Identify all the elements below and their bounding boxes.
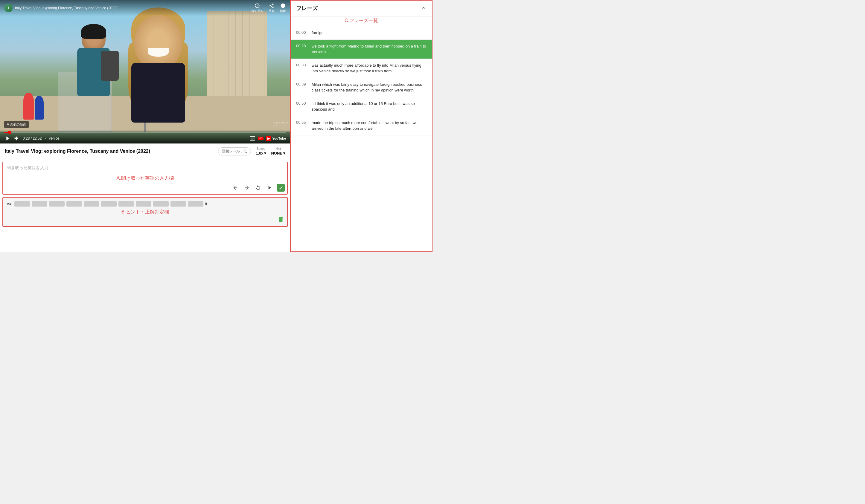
speed-chevron-icon: ▾	[264, 151, 266, 155]
phrase-time: 00:55	[296, 120, 308, 125]
delete-button[interactable]	[278, 216, 284, 224]
hint-area: we it B.ヒント・正解判定欄	[2, 197, 288, 227]
hint-blank-7	[118, 201, 134, 207]
youtube-icon: ▶	[266, 136, 271, 141]
phrase-time: 00:28	[296, 43, 308, 48]
hint-blank-10	[171, 201, 186, 207]
video-container: I Italy Travel Vlog: exploring Florence,…	[0, 0, 290, 143]
controls-left: 0:28 / 22:52 • venice	[4, 135, 59, 142]
controls-right: HD ▶ YouTube	[250, 136, 286, 141]
hint-blank-6	[101, 201, 117, 207]
clock-icon	[255, 3, 260, 8]
arrow-left-icon	[232, 185, 238, 191]
hint-annotation: B.ヒント・正解判定欄	[121, 209, 169, 215]
video-top-controls: 後で見る 共有 情報	[251, 3, 286, 13]
replay-icon	[255, 185, 261, 191]
video-meta-controls: 語彙レベル：低 Speed 1.0x ▾ Hint NONE ▾	[218, 147, 285, 155]
time-current: 0:28	[23, 136, 30, 141]
dot-separator: •	[45, 136, 46, 141]
phrase-item[interactable]: 00:55 made the trip so much more comfort…	[291, 116, 432, 136]
hint-blank-9	[153, 201, 169, 207]
copyright-overlay: IN BALANCECO.	[273, 121, 289, 127]
video-scene	[0, 0, 290, 143]
info-icon	[280, 3, 286, 8]
video-title-overlay: Italy Travel Vlog: exploring Florence, T…	[15, 6, 117, 10]
phrase-annotation-row: C.フレーズ一覧	[291, 16, 432, 26]
share-label: 共有	[268, 9, 275, 13]
youtube-text: YouTube	[273, 137, 286, 140]
progress-bar-container[interactable]	[4, 132, 286, 133]
phrase-annotation: C.フレーズ一覧	[345, 18, 378, 23]
prev-phrase-button[interactable]	[231, 184, 239, 191]
svg-rect-2	[251, 139, 253, 140]
phrase-item[interactable]: 00:39 Milan which was fairly easy to nav…	[291, 78, 432, 97]
hint-blank-4	[66, 201, 82, 207]
speed-control[interactable]: Speed 1.0x ▾	[256, 147, 266, 155]
progress-thumb	[8, 131, 11, 134]
next-phrase-button[interactable]	[243, 184, 251, 191]
phrase-item[interactable]: 00:00 foreign	[291, 26, 432, 40]
panel-title: フレーズ	[296, 5, 318, 12]
phrase-item[interactable]: 00:28 we took a flight from Madrid to Mi…	[291, 40, 432, 59]
hint-chevron-icon: ▾	[283, 151, 285, 155]
phrase-time: 00:39	[296, 82, 308, 86]
progress-bar-fill	[4, 132, 10, 133]
video-bottom-overlay: 0:28 / 22:52 • venice HD ▶ YouTube	[0, 129, 290, 143]
hint-blank-2	[32, 201, 47, 207]
hint-blank-1	[14, 201, 30, 207]
phrase-text: was actually much more affordable to fly…	[312, 62, 427, 74]
play-segment-button[interactable]	[266, 184, 273, 191]
hint-words-row: we it	[7, 201, 283, 207]
hint-value[interactable]: NONE ▾	[271, 151, 285, 155]
share-icon	[269, 3, 274, 8]
watch-later-label: 後で見る	[251, 9, 263, 13]
play-button[interactable]	[4, 135, 11, 142]
share-btn[interactable]: 共有	[268, 3, 275, 13]
phrase-panel: フレーズ C.フレーズ一覧 00:00 foreign 00:28 we too…	[290, 0, 432, 252]
hd-badge: HD	[258, 137, 264, 140]
hint-blank-8	[136, 201, 151, 207]
replay-button[interactable]	[254, 184, 262, 191]
arrow-right-icon	[244, 185, 250, 191]
phrase-time: 00:50	[296, 101, 308, 106]
phrase-item[interactable]: 00:50 it I think it was only an addition…	[291, 97, 432, 116]
video-top-overlay: I Italy Travel Vlog: exploring Florence,…	[0, 0, 290, 16]
hd-badge-container: HD	[258, 137, 264, 140]
time-total: 22:52	[33, 136, 42, 141]
panel-collapse-button[interactable]	[420, 5, 427, 12]
phrase-text: it I think it was only an additional 10 …	[312, 101, 427, 113]
phrase-text: foreign	[312, 30, 324, 36]
bg-person-1	[23, 93, 34, 120]
video-controls-row: 0:28 / 22:52 • venice HD ▶ YouTube	[4, 135, 286, 142]
video-info-title: Italy Travel Vlog: exploring Florence, T…	[5, 149, 150, 154]
input-area[interactable]: 聞き取った英語を入力 A.聞き取った英語の入力欄	[2, 162, 288, 195]
panel-header: フレーズ	[291, 1, 432, 16]
phrase-text: we took a flight from Madrid to Milan an…	[312, 43, 427, 55]
other-videos-badge[interactable]: その他の動画	[4, 121, 29, 128]
hint-blank-11	[188, 201, 204, 207]
watch-later-btn[interactable]: 後で見る	[251, 3, 263, 13]
volume-button[interactable]	[14, 136, 20, 141]
phrase-list: 00:00 foreign 00:28 we took a flight fro…	[291, 26, 432, 251]
check-icon	[278, 185, 283, 190]
phrase-time: 00:00	[296, 30, 308, 35]
channel-avatar: I	[4, 4, 13, 12]
speed-value[interactable]: 1.0x ▾	[256, 151, 266, 155]
phrase-item[interactable]: 00:33 was actually much more affordable …	[291, 59, 432, 78]
youtube-logo: ▶ YouTube	[266, 136, 286, 141]
hint-value-text: NONE	[271, 151, 282, 155]
submit-button[interactable]	[277, 184, 285, 191]
building-windows	[207, 11, 267, 107]
info-btn[interactable]: 情報	[280, 3, 286, 13]
hint-control[interactable]: Hint NONE ▾	[271, 147, 285, 155]
captions-button[interactable]	[250, 136, 255, 141]
phrase-text: made the trip so much more comfortable i…	[312, 120, 427, 131]
info-label: 情報	[280, 9, 286, 13]
video-info-bar: Italy Travel Vlog: exploring Florence, T…	[0, 143, 290, 159]
chevron-up-icon	[420, 5, 427, 11]
input-controls-row	[231, 184, 285, 191]
hint-blank-5	[84, 201, 99, 207]
time-display: 0:28 / 22:52	[23, 136, 42, 141]
vocab-level-badge[interactable]: 語彙レベル：低	[218, 148, 251, 155]
hint-blank-3	[49, 201, 65, 207]
